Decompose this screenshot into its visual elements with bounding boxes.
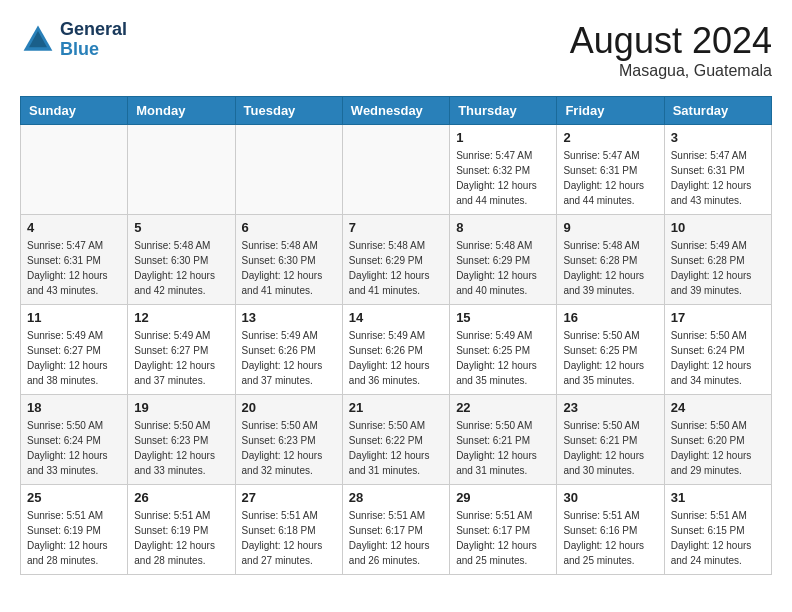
day-number: 8 [456,220,550,235]
calendar-week-row: 4Sunrise: 5:47 AM Sunset: 6:31 PM Daylig… [21,215,772,305]
logo: General Blue [20,20,127,60]
calendar-cell: 27Sunrise: 5:51 AM Sunset: 6:18 PM Dayli… [235,485,342,575]
calendar-cell: 18Sunrise: 5:50 AM Sunset: 6:24 PM Dayli… [21,395,128,485]
day-number: 23 [563,400,657,415]
calendar-cell: 7Sunrise: 5:48 AM Sunset: 6:29 PM Daylig… [342,215,449,305]
calendar-cell: 24Sunrise: 5:50 AM Sunset: 6:20 PM Dayli… [664,395,771,485]
calendar-cell: 10Sunrise: 5:49 AM Sunset: 6:28 PM Dayli… [664,215,771,305]
day-info: Sunrise: 5:50 AM Sunset: 6:23 PM Dayligh… [242,418,336,478]
day-info: Sunrise: 5:47 AM Sunset: 6:31 PM Dayligh… [671,148,765,208]
page-header: General Blue August 2024 Masagua, Guatem… [20,20,772,80]
calendar-cell: 25Sunrise: 5:51 AM Sunset: 6:19 PM Dayli… [21,485,128,575]
day-info: Sunrise: 5:51 AM Sunset: 6:15 PM Dayligh… [671,508,765,568]
day-number: 9 [563,220,657,235]
day-number: 4 [27,220,121,235]
logo-icon [20,22,56,58]
day-of-week-header: Thursday [450,97,557,125]
day-info: Sunrise: 5:50 AM Sunset: 6:23 PM Dayligh… [134,418,228,478]
calendar-cell: 14Sunrise: 5:49 AM Sunset: 6:26 PM Dayli… [342,305,449,395]
calendar-cell: 4Sunrise: 5:47 AM Sunset: 6:31 PM Daylig… [21,215,128,305]
day-info: Sunrise: 5:51 AM Sunset: 6:19 PM Dayligh… [134,508,228,568]
day-info: Sunrise: 5:49 AM Sunset: 6:27 PM Dayligh… [134,328,228,388]
calendar-cell: 30Sunrise: 5:51 AM Sunset: 6:16 PM Dayli… [557,485,664,575]
calendar-cell: 16Sunrise: 5:50 AM Sunset: 6:25 PM Dayli… [557,305,664,395]
day-number: 20 [242,400,336,415]
day-info: Sunrise: 5:49 AM Sunset: 6:28 PM Dayligh… [671,238,765,298]
day-number: 29 [456,490,550,505]
day-number: 12 [134,310,228,325]
calendar-header: SundayMondayTuesdayWednesdayThursdayFrid… [21,97,772,125]
calendar-cell: 23Sunrise: 5:50 AM Sunset: 6:21 PM Dayli… [557,395,664,485]
calendar-cell: 31Sunrise: 5:51 AM Sunset: 6:15 PM Dayli… [664,485,771,575]
day-number: 17 [671,310,765,325]
logo-text: General Blue [60,20,127,60]
calendar-cell [342,125,449,215]
day-number: 3 [671,130,765,145]
title-block: August 2024 Masagua, Guatemala [570,20,772,80]
day-number: 2 [563,130,657,145]
day-number: 21 [349,400,443,415]
calendar-week-row: 18Sunrise: 5:50 AM Sunset: 6:24 PM Dayli… [21,395,772,485]
day-info: Sunrise: 5:47 AM Sunset: 6:31 PM Dayligh… [563,148,657,208]
day-info: Sunrise: 5:49 AM Sunset: 6:25 PM Dayligh… [456,328,550,388]
day-number: 13 [242,310,336,325]
day-info: Sunrise: 5:48 AM Sunset: 6:29 PM Dayligh… [349,238,443,298]
day-number: 22 [456,400,550,415]
calendar-cell [235,125,342,215]
day-number: 27 [242,490,336,505]
calendar-cell: 5Sunrise: 5:48 AM Sunset: 6:30 PM Daylig… [128,215,235,305]
calendar-cell: 12Sunrise: 5:49 AM Sunset: 6:27 PM Dayli… [128,305,235,395]
calendar-cell: 17Sunrise: 5:50 AM Sunset: 6:24 PM Dayli… [664,305,771,395]
calendar-cell: 22Sunrise: 5:50 AM Sunset: 6:21 PM Dayli… [450,395,557,485]
day-number: 24 [671,400,765,415]
day-info: Sunrise: 5:48 AM Sunset: 6:28 PM Dayligh… [563,238,657,298]
day-number: 11 [27,310,121,325]
day-info: Sunrise: 5:50 AM Sunset: 6:21 PM Dayligh… [563,418,657,478]
calendar-title: August 2024 [570,20,772,62]
calendar-cell: 6Sunrise: 5:48 AM Sunset: 6:30 PM Daylig… [235,215,342,305]
day-of-week-header: Friday [557,97,664,125]
day-info: Sunrise: 5:50 AM Sunset: 6:22 PM Dayligh… [349,418,443,478]
day-number: 18 [27,400,121,415]
day-of-week-header: Tuesday [235,97,342,125]
calendar-cell: 2Sunrise: 5:47 AM Sunset: 6:31 PM Daylig… [557,125,664,215]
calendar-cell: 11Sunrise: 5:49 AM Sunset: 6:27 PM Dayli… [21,305,128,395]
day-number: 14 [349,310,443,325]
day-info: Sunrise: 5:51 AM Sunset: 6:17 PM Dayligh… [456,508,550,568]
calendar-cell: 8Sunrise: 5:48 AM Sunset: 6:29 PM Daylig… [450,215,557,305]
day-info: Sunrise: 5:51 AM Sunset: 6:19 PM Dayligh… [27,508,121,568]
day-info: Sunrise: 5:51 AM Sunset: 6:17 PM Dayligh… [349,508,443,568]
day-info: Sunrise: 5:50 AM Sunset: 6:20 PM Dayligh… [671,418,765,478]
day-number: 26 [134,490,228,505]
calendar-subtitle: Masagua, Guatemala [570,62,772,80]
day-number: 15 [456,310,550,325]
day-number: 16 [563,310,657,325]
days-of-week-row: SundayMondayTuesdayWednesdayThursdayFrid… [21,97,772,125]
calendar-cell: 21Sunrise: 5:50 AM Sunset: 6:22 PM Dayli… [342,395,449,485]
calendar-week-row: 1Sunrise: 5:47 AM Sunset: 6:32 PM Daylig… [21,125,772,215]
calendar-cell: 9Sunrise: 5:48 AM Sunset: 6:28 PM Daylig… [557,215,664,305]
day-number: 19 [134,400,228,415]
day-number: 31 [671,490,765,505]
day-info: Sunrise: 5:49 AM Sunset: 6:27 PM Dayligh… [27,328,121,388]
calendar-cell: 3Sunrise: 5:47 AM Sunset: 6:31 PM Daylig… [664,125,771,215]
day-info: Sunrise: 5:48 AM Sunset: 6:30 PM Dayligh… [242,238,336,298]
calendar-week-row: 11Sunrise: 5:49 AM Sunset: 6:27 PM Dayli… [21,305,772,395]
calendar-cell: 13Sunrise: 5:49 AM Sunset: 6:26 PM Dayli… [235,305,342,395]
calendar-cell [21,125,128,215]
day-number: 7 [349,220,443,235]
day-info: Sunrise: 5:48 AM Sunset: 6:30 PM Dayligh… [134,238,228,298]
calendar-body: 1Sunrise: 5:47 AM Sunset: 6:32 PM Daylig… [21,125,772,575]
day-info: Sunrise: 5:51 AM Sunset: 6:16 PM Dayligh… [563,508,657,568]
day-number: 6 [242,220,336,235]
day-info: Sunrise: 5:49 AM Sunset: 6:26 PM Dayligh… [242,328,336,388]
day-info: Sunrise: 5:51 AM Sunset: 6:18 PM Dayligh… [242,508,336,568]
calendar-cell: 19Sunrise: 5:50 AM Sunset: 6:23 PM Dayli… [128,395,235,485]
calendar-cell: 1Sunrise: 5:47 AM Sunset: 6:32 PM Daylig… [450,125,557,215]
day-number: 25 [27,490,121,505]
day-of-week-header: Saturday [664,97,771,125]
day-number: 28 [349,490,443,505]
calendar-cell: 29Sunrise: 5:51 AM Sunset: 6:17 PM Dayli… [450,485,557,575]
day-number: 10 [671,220,765,235]
day-of-week-header: Monday [128,97,235,125]
